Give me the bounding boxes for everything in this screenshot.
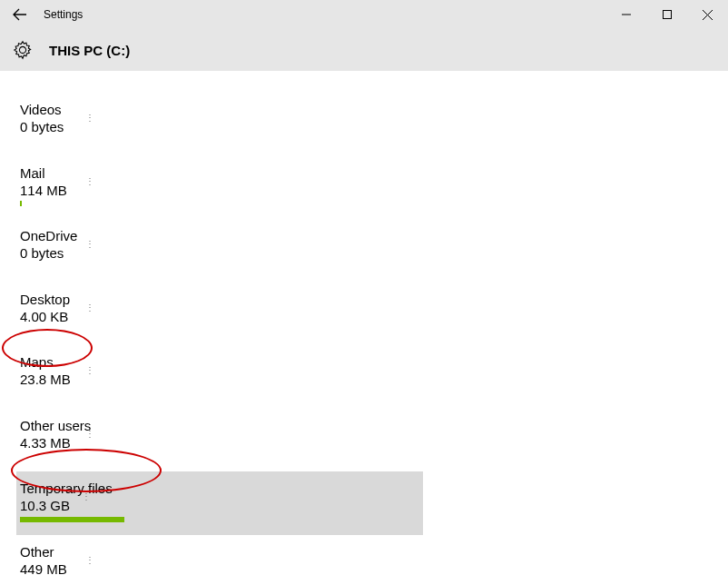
storage-item-maps[interactable]: Maps23.8 MB⋮ xyxy=(20,345,427,409)
close-button[interactable] xyxy=(687,1,728,28)
storage-item-name: Temporary files xyxy=(20,481,423,497)
storage-item-bar xyxy=(20,201,427,206)
maximize-button[interactable] xyxy=(646,1,687,28)
window-title: Settings xyxy=(44,8,83,21)
storage-item-mail[interactable]: Mail114 MB⋮ xyxy=(20,156,427,220)
storage-item-size: 4.33 MB xyxy=(20,434,427,452)
storage-item-bar xyxy=(20,453,427,459)
storage-item-other-users[interactable]: Other users4.33 MB⋮ xyxy=(20,409,427,472)
storage-item-bar xyxy=(20,327,427,332)
storage-item-videos[interactable]: Videos0 bytes⋮ xyxy=(20,93,427,156)
minimize-button[interactable] xyxy=(605,1,646,28)
storage-item-name: Desktop xyxy=(20,292,427,308)
back-arrow-icon xyxy=(13,7,27,22)
back-button[interactable] xyxy=(7,2,33,27)
storage-item-name: Mail xyxy=(20,165,427,182)
storage-item-temporary-files[interactable]: Temporary files10.3 GB⋮ xyxy=(16,471,423,535)
storage-item-bar xyxy=(20,138,427,144)
storage-item-bar xyxy=(20,517,423,522)
storage-item-other[interactable]: Other449 MB⋮ xyxy=(20,535,427,576)
storage-item-size: 0 bytes xyxy=(20,244,427,263)
storage-item-size: 10.3 GB xyxy=(20,497,423,515)
maximize-icon xyxy=(663,10,672,19)
storage-item-bar xyxy=(20,264,427,270)
svg-rect-0 xyxy=(663,11,671,19)
storage-list: Videos0 bytes⋮Mail114 MB⋮OneDrive0 bytes… xyxy=(0,71,728,575)
window-controls xyxy=(605,1,728,28)
minimize-icon xyxy=(622,10,631,19)
storage-item-name: OneDrive xyxy=(20,228,427,244)
storage-item-name: Other xyxy=(20,544,427,560)
storage-item-name: Videos xyxy=(20,102,427,118)
page-title: THIS PC (C:) xyxy=(49,43,130,58)
storage-item-name: Other users xyxy=(20,418,427,434)
storage-item-size: 114 MB xyxy=(20,182,427,200)
storage-item-name: Maps xyxy=(20,354,427,371)
subheader: THIS PC (C:) xyxy=(0,29,728,71)
storage-item-size: 4.00 KB xyxy=(20,308,427,326)
storage-item-size: 23.8 MB xyxy=(20,371,427,389)
storage-item-desktop[interactable]: Desktop4.00 KB⋮ xyxy=(20,283,427,346)
gear-icon xyxy=(13,40,33,60)
storage-item-onedrive[interactable]: OneDrive0 bytes⋮ xyxy=(20,219,427,283)
titlebar: Settings xyxy=(0,0,728,29)
storage-item-bar xyxy=(20,391,427,396)
close-icon xyxy=(703,10,713,20)
storage-item-size: 0 bytes xyxy=(20,118,427,136)
storage-item-size: 449 MB xyxy=(20,560,427,576)
